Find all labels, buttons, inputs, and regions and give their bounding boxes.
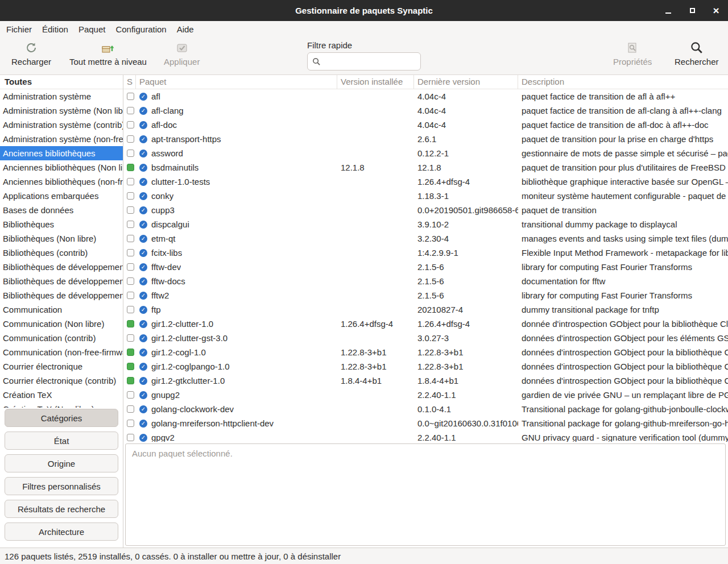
table-row[interactable]: ✓golang-clockwork-dev0.1.0-4.1Transition… xyxy=(123,402,728,416)
category-item[interactable]: Bibliothèques (contrib) xyxy=(0,246,123,260)
category-item[interactable]: Communication (Non libre) xyxy=(0,317,123,331)
category-item[interactable]: Administration système (contrib) xyxy=(0,118,123,132)
reload-button[interactable]: Recharger xyxy=(11,40,51,67)
table-row[interactable]: ✓golang-mreiferson-httpclient-dev0.0~git… xyxy=(123,416,728,430)
minimize-button[interactable] xyxy=(663,6,673,16)
table-row[interactable]: ✓gir1.2-clutter-1.01.26.4+dfsg-41.26.4+d… xyxy=(123,317,728,331)
filter-view-button[interactable]: Origine xyxy=(5,454,118,472)
package-name: assword xyxy=(151,148,183,158)
category-item[interactable]: Administration système xyxy=(0,89,123,103)
menu-item[interactable]: Configuration xyxy=(110,22,171,36)
package-checkbox[interactable] xyxy=(127,263,134,271)
column-header-package[interactable]: Paquet xyxy=(136,75,337,89)
menu-item[interactable]: Fichier xyxy=(1,22,37,36)
table-row[interactable]: ✓etm-qt3.2.30-4manages events and tasks … xyxy=(123,231,728,246)
category-item[interactable]: Anciennes bibliothèques xyxy=(0,146,123,160)
category-item[interactable]: Bibliothèques xyxy=(0,217,123,231)
package-checkbox[interactable] xyxy=(127,107,134,114)
search-button[interactable]: Rechercher xyxy=(675,40,719,67)
package-checkbox[interactable] xyxy=(127,292,134,299)
package-checkbox[interactable] xyxy=(127,334,134,342)
package-checkbox[interactable] xyxy=(127,121,134,128)
table-row[interactable]: ✓fftw-dev2.1.5-6library for computing Fa… xyxy=(123,260,728,274)
quick-filter-box[interactable] xyxy=(307,52,421,70)
filter-view-button[interactable]: État xyxy=(5,432,118,450)
category-item[interactable]: Communication (contrib) xyxy=(0,331,123,345)
package-checkbox[interactable] xyxy=(127,434,134,441)
table-row[interactable]: ✓ftp20210827-4dummy transitional package… xyxy=(123,302,728,317)
menu-item[interactable]: Édition xyxy=(37,22,73,36)
table-row[interactable]: ✓gir1.2-cogl-1.01.22.8-3+b11.22.8-3+b1do… xyxy=(123,345,728,359)
filter-view-button[interactable]: Architecture xyxy=(5,522,118,541)
menu-item[interactable]: Paquet xyxy=(73,22,111,36)
category-item[interactable]: Administration système (Non libre) xyxy=(0,103,123,118)
table-row[interactable]: ✓gnupg22.2.40-1.1gardien de vie privée G… xyxy=(123,388,728,402)
maximize-button[interactable] xyxy=(687,6,697,16)
package-checkbox[interactable] xyxy=(127,405,134,413)
category-header[interactable]: Toutes xyxy=(0,75,123,89)
table-row[interactable]: ✓afl4.04c-4paquet factice de transition … xyxy=(123,89,728,103)
package-checkbox[interactable] xyxy=(127,320,134,327)
table-row[interactable]: ✓bsdmainutils12.1.812.1.8paquet de trans… xyxy=(123,160,728,175)
category-item[interactable]: Bibliothèques de développement (contrib) xyxy=(0,288,123,302)
category-item[interactable]: Anciennes bibliothèques (non-free-firmwa… xyxy=(0,175,123,189)
table-row[interactable]: ✓conky1.18.3-1moniteur système hautement… xyxy=(123,189,728,203)
column-header-description[interactable]: Description xyxy=(518,75,728,89)
table-row[interactable]: ✓gpgv22.2.40-1.1GNU privacy guard - sign… xyxy=(123,430,728,442)
package-checkbox[interactable] xyxy=(127,178,134,185)
package-checkbox[interactable] xyxy=(127,164,134,171)
package-checkbox[interactable] xyxy=(127,349,134,356)
package-checkbox[interactable] xyxy=(127,135,134,143)
package-checkbox[interactable] xyxy=(127,363,134,370)
table-row[interactable]: ✓gir1.2-gtkclutter-1.01.8.4-4+b11.8.4-4+… xyxy=(123,374,728,388)
package-checkbox[interactable] xyxy=(127,377,134,384)
category-item[interactable]: Bibliothèques (Non libre) xyxy=(0,231,123,246)
category-item[interactable]: Bibliothèques de développement xyxy=(0,260,123,274)
package-checkbox[interactable] xyxy=(127,235,134,242)
package-checkbox[interactable] xyxy=(127,93,134,100)
table-row[interactable]: ✓gir1.2-clutter-gst-3.03.0.27-3données d… xyxy=(123,331,728,345)
filter-view-button[interactable]: Catégories xyxy=(5,409,118,427)
column-header-latest-version[interactable]: Dernière version xyxy=(414,75,518,89)
category-item[interactable]: Courrier électronique (contrib) xyxy=(0,374,123,388)
table-row[interactable]: ✓afl-doc4.04c-4paquet factice de transit… xyxy=(123,118,728,132)
category-item[interactable]: Applications embarquées xyxy=(0,189,123,203)
package-checkbox[interactable] xyxy=(127,420,134,427)
category-item[interactable]: Bases de données xyxy=(0,203,123,217)
category-item[interactable]: Création TeX (Non libre) xyxy=(0,402,123,408)
category-item[interactable]: Bibliothèques de développement (Non libr… xyxy=(0,274,123,288)
category-item[interactable]: Courrier électronique xyxy=(0,359,123,374)
properties-label: Propriétés xyxy=(613,57,652,67)
package-checkbox[interactable] xyxy=(127,391,134,399)
table-row[interactable]: ✓fcitx-libs1:4.2.9.9-1Flexible Input Met… xyxy=(123,246,728,260)
table-row[interactable]: ✓fftw22.1.5-6library for computing Fast … xyxy=(123,288,728,302)
package-checkbox[interactable] xyxy=(127,221,134,228)
category-item[interactable]: Communication (non-free-firmware) xyxy=(0,345,123,359)
table-row[interactable]: ✓dispcalgui3.9.10-2transitional dummy pa… xyxy=(123,217,728,231)
quick-filter-input[interactable] xyxy=(325,57,416,67)
filter-view-button[interactable]: Filtres personnalisés xyxy=(5,477,118,495)
package-checkbox[interactable] xyxy=(127,277,134,285)
category-item[interactable]: Anciennes bibliothèques (Non libre) xyxy=(0,160,123,175)
upgrade-all-button[interactable]: Tout mettre à niveau xyxy=(69,40,147,67)
table-row[interactable]: ✓afl-clang4.04c-4paquet factice de trans… xyxy=(123,103,728,118)
table-row[interactable]: ✓clutter-1.0-tests1.26.4+dfsg-4bibliothè… xyxy=(123,175,728,189)
table-row[interactable]: ✓gir1.2-coglpango-1.01.22.8-3+b11.22.8-3… xyxy=(123,359,728,374)
category-item[interactable]: Communication xyxy=(0,302,123,317)
table-row[interactable]: ✓assword0.12.2-1gestionnaire de mots de … xyxy=(123,146,728,160)
category-item[interactable]: Administration système (non-free-firmwar… xyxy=(0,132,123,146)
column-header-installed-version[interactable]: Version installée xyxy=(337,75,414,89)
column-header-status[interactable]: S xyxy=(123,75,136,89)
table-row[interactable]: ✓fftw-docs2.1.5-6documentation for fftw xyxy=(123,274,728,288)
close-button[interactable]: × xyxy=(711,6,721,16)
package-checkbox[interactable] xyxy=(127,150,134,157)
filter-view-button[interactable]: Résultats de recherche xyxy=(5,500,118,518)
package-checkbox[interactable] xyxy=(127,206,134,214)
package-checkbox[interactable] xyxy=(127,306,134,313)
menu-item[interactable]: Aide xyxy=(172,22,199,36)
category-item[interactable]: Création TeX xyxy=(0,388,123,402)
table-row[interactable]: ✓cupp30.0+20190501.git986658-6paquet de … xyxy=(123,203,728,217)
package-checkbox[interactable] xyxy=(127,192,134,200)
package-checkbox[interactable] xyxy=(127,249,134,256)
table-row[interactable]: ✓apt-transport-https2.6.1paquet de trans… xyxy=(123,132,728,146)
